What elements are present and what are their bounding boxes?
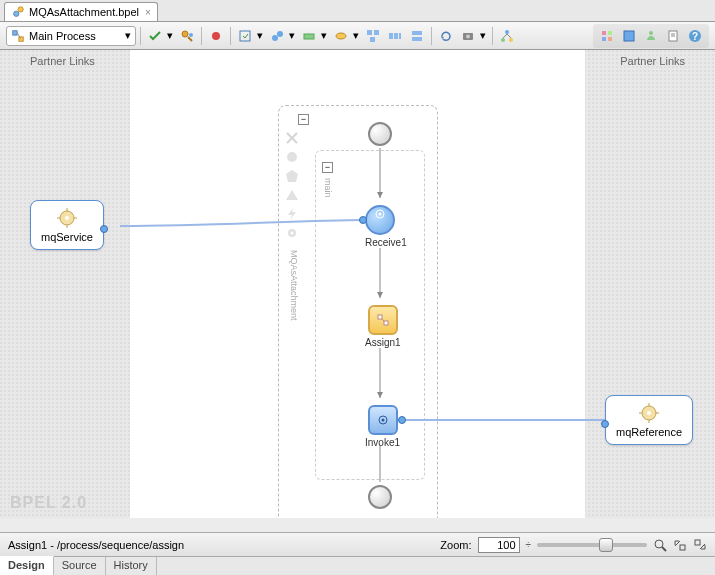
properties-button[interactable] — [619, 26, 639, 46]
test-button[interactable] — [235, 26, 255, 46]
collapse-process-icon[interactable]: − — [298, 114, 309, 125]
zoom-input[interactable] — [478, 537, 520, 553]
svg-point-40 — [287, 152, 297, 162]
palette-circle-icon[interactable] — [284, 149, 300, 165]
svg-point-0 — [14, 11, 19, 16]
svg-rect-18 — [394, 33, 398, 39]
variable-button[interactable] — [331, 26, 351, 46]
collapse-sequence-icon[interactable]: − — [322, 162, 333, 173]
svg-rect-9 — [240, 31, 250, 41]
monitor-button[interactable] — [267, 26, 287, 46]
design-canvas[interactable]: Partner Links Partner Links BPEL 2.0 − −… — [0, 50, 715, 518]
partner-links-right-label: Partner Links — [620, 55, 685, 67]
partner-mqservice[interactable]: mqService — [30, 200, 104, 250]
mqreference-port[interactable] — [601, 420, 609, 428]
expand-icon[interactable] — [673, 538, 687, 552]
validate-button[interactable] — [145, 26, 165, 46]
help-button[interactable]: ? — [685, 26, 705, 46]
activity-palette — [282, 130, 302, 241]
svg-line-27 — [503, 34, 507, 38]
bpel-version-watermark: BPEL 2.0 — [10, 494, 87, 512]
svg-line-54 — [382, 319, 384, 321]
end-node[interactable] — [368, 485, 392, 509]
zoom-stepper[interactable]: ÷ — [526, 539, 532, 550]
validate-dropdown[interactable]: ▾ — [167, 29, 173, 42]
svg-rect-33 — [624, 31, 634, 41]
invoke-node-label: Invoke1 — [365, 437, 400, 448]
breakpoint-button[interactable] — [206, 26, 226, 46]
find-button[interactable] — [177, 26, 197, 46]
svg-rect-2 — [13, 30, 17, 34]
tab-design[interactable]: Design — [0, 556, 54, 575]
zoom-slider[interactable] — [537, 543, 647, 547]
svg-point-1 — [18, 7, 23, 12]
svg-rect-53 — [384, 321, 388, 325]
receive-node[interactable]: Receive1 — [365, 205, 407, 248]
svg-point-51 — [379, 213, 382, 216]
snapshot-button[interactable] — [458, 26, 478, 46]
svg-point-25 — [501, 38, 505, 42]
variable-dropdown[interactable]: ▾ — [353, 29, 359, 42]
svg-text:?: ? — [692, 31, 698, 42]
partner-dropdown[interactable]: ▾ — [321, 29, 327, 42]
file-tab[interactable]: MQAsAttachment.bpel × — [4, 2, 158, 21]
svg-point-13 — [336, 33, 346, 39]
palette-x-icon[interactable] — [284, 130, 300, 146]
gear-icon — [373, 207, 387, 221]
invoke-output-port[interactable] — [398, 416, 406, 424]
svg-point-64 — [647, 411, 651, 415]
svg-marker-43 — [288, 208, 296, 220]
right-toolbar-group: ? — [593, 24, 709, 48]
assign-node[interactable]: Assign1 — [365, 305, 401, 348]
tab-source[interactable]: Source — [54, 557, 106, 575]
svg-point-69 — [655, 540, 663, 548]
palette-bolt-icon[interactable] — [284, 206, 300, 222]
svg-rect-17 — [389, 33, 393, 39]
structure-button[interactable] — [597, 26, 617, 46]
partner-mqreference[interactable]: mqReference — [605, 395, 693, 445]
snapshot-dropdown[interactable]: ▾ — [480, 29, 486, 42]
svg-rect-16 — [370, 37, 375, 42]
svg-point-24 — [505, 30, 509, 34]
receive-input-port[interactable] — [359, 216, 367, 224]
collapse-icon[interactable] — [693, 538, 707, 552]
bottom-tab-bar: Design Source History — [0, 556, 715, 575]
start-node[interactable] — [368, 122, 392, 146]
svg-point-10 — [272, 35, 278, 41]
layout1-button[interactable] — [363, 26, 383, 46]
gear-icon — [56, 207, 78, 229]
partner-mqservice-label: mqService — [41, 231, 93, 243]
zoom-slider-thumb[interactable] — [599, 538, 613, 552]
palette-pentagon-icon[interactable] — [284, 168, 300, 184]
svg-rect-29 — [602, 31, 606, 35]
scope-dropdown[interactable]: Main Process ▾ — [6, 26, 136, 46]
partner-button[interactable] — [299, 26, 319, 46]
docs-button[interactable] — [663, 26, 683, 46]
zoom-fit-icon[interactable] — [653, 538, 667, 552]
palette-triangle-icon[interactable] — [284, 187, 300, 203]
svg-rect-12 — [304, 34, 314, 39]
receive-node-label: Receive1 — [365, 237, 407, 248]
svg-rect-72 — [695, 540, 700, 545]
status-bar: Assign1 - /process/sequence/assign Zoom:… — [0, 532, 715, 556]
hierarchy-button[interactable] — [497, 26, 517, 46]
layout3-button[interactable] — [407, 26, 427, 46]
toolbar: Main Process ▾ ▾ ▾ ▾ ▾ ▾ ▾ ? — [0, 22, 715, 50]
palette-gear-icon[interactable] — [284, 225, 300, 241]
invoke-node[interactable]: Invoke1 — [365, 405, 400, 448]
scope-dropdown-label: Main Process — [29, 30, 96, 42]
tab-history[interactable]: History — [106, 557, 157, 575]
svg-point-58 — [65, 216, 69, 220]
layout2-button[interactable] — [385, 26, 405, 46]
monitor-dropdown[interactable]: ▾ — [289, 29, 295, 42]
svg-point-56 — [381, 419, 384, 422]
assign-icon — [376, 313, 390, 327]
mqservice-port[interactable] — [100, 225, 108, 233]
refresh-button[interactable] — [436, 26, 456, 46]
breadcrumb: Assign1 - /process/sequence/assign — [8, 539, 184, 551]
alerts-button[interactable] — [641, 26, 661, 46]
svg-line-6 — [188, 37, 192, 41]
test-dropdown[interactable]: ▾ — [257, 29, 263, 42]
svg-point-45 — [291, 232, 294, 235]
close-icon[interactable]: × — [145, 7, 151, 18]
